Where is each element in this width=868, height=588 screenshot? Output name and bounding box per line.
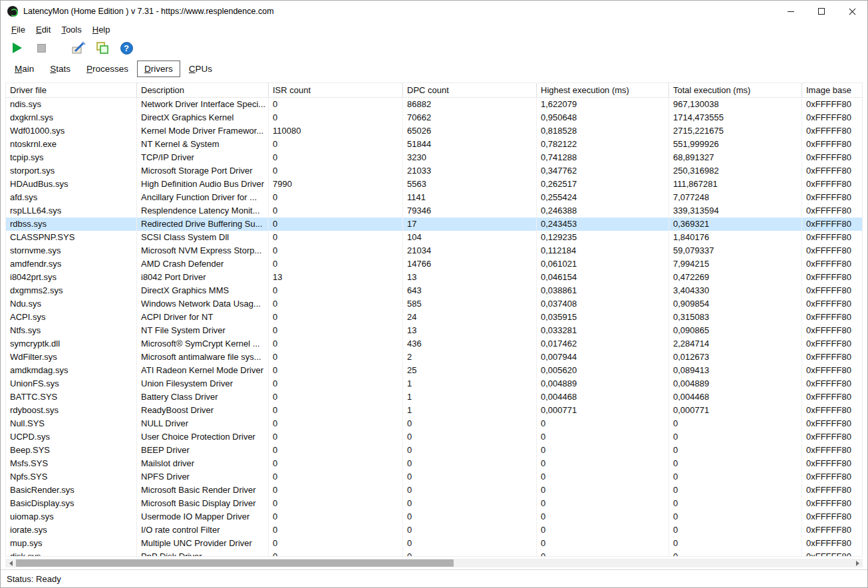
stop-monitor-button[interactable]: [33, 39, 50, 57]
cell-isr-count: 0: [269, 484, 403, 497]
cell-dpc-count: 13: [403, 324, 537, 337]
column-header-driver-file[interactable]: Driver file: [6, 83, 137, 97]
minimize-button[interactable]: [776, 1, 806, 22]
table-row[interactable]: storport.sys Microsoft Storage Port Driv…: [6, 164, 863, 178]
cell-isr-count: 0: [269, 98, 403, 111]
cell-description: Microsoft Storage Port Driver: [137, 164, 269, 178]
tab-stats[interactable]: Stats: [43, 61, 78, 77]
table-row[interactable]: Null.SYS NULL Driver 0 0 0 0 0xFFFFF80: [6, 417, 863, 430]
column-header-description[interactable]: Description: [137, 83, 269, 97]
table-row[interactable]: UCPD.sys User Choice Protection Driver 0…: [6, 430, 863, 444]
cell-dpc-count: 1: [403, 404, 537, 417]
cell-total-execution: 0,004889: [669, 377, 802, 390]
table-row[interactable]: rdbss.sys Redirected Drive Buffering Su.…: [6, 218, 863, 231]
table-row[interactable]: Beep.SYS BEEP Driver 0 0 0 0 0xFFFFF80: [6, 444, 863, 457]
column-header-highest-execution[interactable]: Highest execution (ms): [537, 83, 669, 97]
table-row[interactable]: tcpip.sys TCP/IP Driver 0 3230 0,741288 …: [6, 151, 863, 164]
scroll-right-button[interactable]: [852, 559, 863, 567]
table-row[interactable]: Ndu.sys Windows Network Data Usag... 0 5…: [6, 297, 863, 311]
cell-highest-execution: 0: [537, 470, 669, 484]
cell-image-base: 0xFFFFF80: [802, 497, 863, 510]
help-button[interactable]: ?: [118, 39, 135, 57]
table-row[interactable]: Ntfs.sys NT File System Driver 0 13 0,03…: [6, 324, 863, 337]
cell-driver-file: dxgkrnl.sys: [6, 111, 137, 124]
menu-file[interactable]: File: [6, 23, 31, 36]
table-row[interactable]: Wdf01000.sys Kernel Mode Driver Framewor…: [6, 124, 863, 138]
table-row[interactable]: BATTC.SYS Battery Class Driver 0 1 0,004…: [6, 390, 863, 404]
start-monitor-button[interactable]: [9, 39, 26, 57]
column-header-total-execution[interactable]: Total execution (ms): [669, 83, 802, 97]
table-row[interactable]: WdFilter.sys Microsoft antimalware file …: [6, 351, 863, 364]
tab-processes[interactable]: Processes: [79, 61, 136, 77]
scroll-left-button[interactable]: [5, 559, 16, 567]
cell-total-execution: 0,315083: [669, 311, 802, 324]
cell-image-base: 0xFFFFF80: [802, 204, 863, 218]
menu-help[interactable]: Help: [87, 23, 116, 36]
cell-highest-execution: 0,038861: [537, 284, 669, 297]
table-row[interactable]: ntoskrnl.exe NT Kernel & System 0 51844 …: [6, 138, 863, 151]
table-row[interactable]: UnionFS.sys Union Filesystem Driver 0 1 …: [6, 377, 863, 390]
table-row[interactable]: ndis.sys Network Driver Interface Speci.…: [6, 98, 863, 111]
tab-main[interactable]: Main: [7, 61, 41, 77]
table-row[interactable]: iorate.sys I/O rate control Filter 0 0 0…: [6, 523, 863, 537]
cell-dpc-count: 86882: [403, 98, 537, 111]
table-row[interactable]: mup.sys Multiple UNC Provider Driver 0 0…: [6, 537, 863, 550]
column-header-isr-count[interactable]: ISR count: [269, 83, 403, 97]
table-row[interactable]: uiomap.sys Usermode IO Mapper Driver 0 0…: [6, 510, 863, 523]
close-button[interactable]: [837, 1, 867, 22]
cell-total-execution: 7,077248: [669, 191, 802, 204]
table-row[interactable]: amdkmdag.sys ATI Radeon Kernel Mode Driv…: [6, 364, 863, 377]
cell-driver-file: WdFilter.sys: [6, 351, 137, 364]
scrollbar-thumb[interactable]: [16, 559, 454, 567]
table-row[interactable]: CLASSPNP.SYS SCSI Class System Dll 0 104…: [6, 231, 863, 244]
cell-isr-count: 0: [269, 297, 403, 311]
table-row[interactable]: i8042prt.sys i8042 Port Driver 13 13 0,0…: [6, 271, 863, 284]
tab-cpus[interactable]: CPUs: [182, 61, 219, 77]
cell-driver-file: ntoskrnl.exe: [6, 138, 137, 151]
menu-tools[interactable]: Tools: [56, 23, 86, 36]
table-row[interactable]: Msfs.SYS Mailslot driver 0 0 0 0 0xFFFFF…: [6, 457, 863, 470]
cell-dpc-count: 79346: [403, 204, 537, 218]
column-header-image-base[interactable]: Image base: [802, 83, 863, 97]
cell-description: ATI Radeon Kernel Mode Driver: [137, 364, 269, 377]
menu-edit[interactable]: Edit: [31, 23, 56, 36]
cell-driver-file: rdyboost.sys: [6, 404, 137, 417]
help-icon: ?: [120, 42, 133, 55]
cell-image-base: 0xFFFFF80: [802, 470, 863, 484]
table-row[interactable]: HDAudBus.sys High Definition Audio Bus D…: [6, 178, 863, 191]
cell-description: High Definition Audio Bus Driver: [137, 178, 269, 191]
cell-dpc-count: 51844: [403, 138, 537, 151]
table-row[interactable]: rspLLL64.sys Resplendence Latency Monit.…: [6, 204, 863, 218]
table-row[interactable]: disk.sys PnP Disk Driver 0 0 0 0 0xFFFFF…: [6, 550, 863, 557]
cell-isr-count: 0: [269, 364, 403, 377]
table-row[interactable]: BasicRender.sys Microsoft Basic Render D…: [6, 484, 863, 497]
cell-dpc-count: 21033: [403, 164, 537, 178]
cell-image-base: 0xFFFFF80: [802, 138, 863, 151]
table-row[interactable]: rdyboost.sys ReadyBoost Driver 0 1 0,000…: [6, 404, 863, 417]
table-row[interactable]: symcryptk.dll Microsoft® SymCrypt Kernel…: [6, 337, 863, 351]
cell-image-base: 0xFFFFF80: [802, 351, 863, 364]
cell-isr-count: 0: [269, 497, 403, 510]
table-row[interactable]: afd.sys Ancillary Function Driver for ..…: [6, 191, 863, 204]
table-row[interactable]: dxgmms2.sys DirectX Graphics MMS 0 643 0…: [6, 284, 863, 297]
cell-isr-count: 0: [269, 244, 403, 257]
cell-highest-execution: 0,347762: [537, 164, 669, 178]
table-row[interactable]: BasicDisplay.sys Microsoft Basic Display…: [6, 497, 863, 510]
cell-highest-execution: 0,035915: [537, 311, 669, 324]
table-row[interactable]: amdfendr.sys AMD Crash Defender 0 14766 …: [6, 257, 863, 271]
cell-highest-execution: 0: [537, 457, 669, 470]
column-header-dpc-count[interactable]: DPC count: [403, 83, 537, 97]
table-row[interactable]: ACPI.sys ACPI Driver for NT 0 24 0,03591…: [6, 311, 863, 324]
table-row[interactable]: dxgkrnl.sys DirectX Graphics Kernel 0 70…: [6, 111, 863, 124]
cell-description: Battery Class Driver: [137, 390, 269, 404]
cell-image-base: 0xFFFFF80: [802, 311, 863, 324]
cell-highest-execution: 0,129235: [537, 231, 669, 244]
maximize-button[interactable]: [806, 1, 837, 22]
table-row[interactable]: stornvme.sys Microsoft NVM Express Storp…: [6, 244, 863, 257]
driver-tools-button[interactable]: [70, 39, 87, 57]
copy-report-button[interactable]: [94, 39, 111, 57]
tab-drivers[interactable]: Drivers: [137, 61, 180, 77]
table-row[interactable]: Npfs.SYS NPFS Driver 0 0 0 0 0xFFFFF80: [6, 470, 863, 484]
horizontal-scrollbar[interactable]: [5, 559, 863, 567]
cell-isr-count: 0: [269, 324, 403, 337]
